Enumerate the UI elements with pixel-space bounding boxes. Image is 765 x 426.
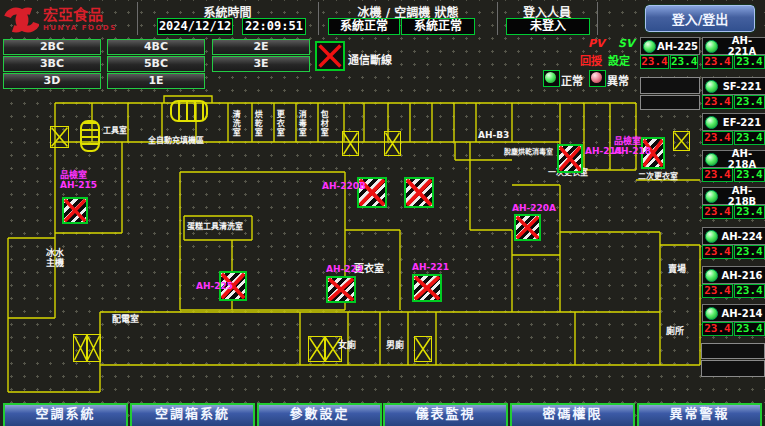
shaft-icon <box>50 126 69 148</box>
equipment-label: AH-220B <box>322 181 366 191</box>
empty-slot <box>640 95 700 110</box>
equipment-AH-220A[interactable] <box>514 214 541 241</box>
room-label: 全自動充填機區 <box>148 136 204 145</box>
room-label: 女廁 <box>338 340 356 350</box>
unit-sv-value: 23.4 <box>670 55 698 69</box>
green-led-icon <box>705 307 718 320</box>
unit-name: EF-221 <box>718 117 765 128</box>
unit-sv-value: 23.4 <box>734 168 765 182</box>
unit-sv-value: 23.4 <box>734 284 765 298</box>
room-label: AH-B3 <box>478 130 509 140</box>
unit-name: AH-225 <box>656 41 699 52</box>
equipment-label: AH-220A <box>512 203 556 213</box>
shaft-icon <box>414 336 432 362</box>
unit-button-EF-221[interactable]: EF-221 <box>702 113 765 131</box>
unit-name: AH-218B <box>718 185 765 207</box>
unit-pv-value: 23.4 <box>702 95 733 109</box>
equipment-AH-214[interactable] <box>557 144 583 173</box>
equipment-AH-220C[interactable] <box>404 177 434 208</box>
equipment-label: 品檢室 AH-215 <box>60 170 97 190</box>
unit-name: AH-221A <box>718 35 765 57</box>
stairs-icon <box>170 100 208 122</box>
unit-sv-value: 23.4 <box>734 245 765 259</box>
unit-pv-value: 23.4 <box>640 55 669 69</box>
unit-name: SF-221 <box>718 81 765 92</box>
equipment-AH-215[interactable] <box>62 197 88 224</box>
green-led-icon <box>705 269 718 282</box>
room-label: 冰水 主機 <box>46 248 64 269</box>
equipment-label: AH-221 <box>412 262 449 272</box>
green-led-icon <box>705 80 718 93</box>
unit-sv-value: 23.4 <box>734 95 765 109</box>
empty-slot <box>701 343 765 359</box>
shaft-icon <box>86 334 101 362</box>
unit-button-AH-214[interactable]: AH-214 <box>702 304 765 322</box>
room-label: 烘乾室 <box>253 110 262 137</box>
equipment-AH-221[interactable] <box>412 274 442 302</box>
unit-name: AH-218A <box>718 148 765 170</box>
unit-pv-value: 23.4 <box>702 245 733 259</box>
equipment-label: AH-225 <box>196 281 233 291</box>
empty-slot <box>701 360 765 377</box>
green-led-icon <box>705 153 718 166</box>
unit-sv-value: 23.4 <box>734 131 765 145</box>
unit-button-AH-218A[interactable]: AH-218A <box>702 150 765 168</box>
unit-pv-value: 23.4 <box>702 131 733 145</box>
unit-button-AH-218B[interactable]: AH-218B <box>702 187 765 205</box>
green-led-icon <box>643 40 656 53</box>
equipment-label: 品檢室 AH-218 <box>614 136 651 156</box>
shaft-icon <box>384 131 401 156</box>
room-label: 清洗室 <box>231 110 240 137</box>
room-label: 更衣室 <box>275 110 284 137</box>
unit-button-SF-221[interactable]: SF-221 <box>702 77 765 95</box>
unit-sv-value: 23.4 <box>734 55 765 69</box>
shaft-icon <box>342 131 359 156</box>
green-led-icon <box>705 190 718 203</box>
room-label: 二次更衣室 <box>638 172 678 181</box>
room-label: 消毒室 <box>297 110 306 137</box>
hmi-screen: 宏亞食品 HUNYA FOODS 系統時間 2024/12/12 22:09:5… <box>0 0 765 426</box>
unit-name: AH-216 <box>718 270 765 281</box>
unit-sv-value: 23.4 <box>734 322 765 336</box>
unit-button-AH-225[interactable]: AH-225 <box>640 37 700 55</box>
stairs-icon <box>80 120 100 152</box>
unit-name: AH-214 <box>718 308 765 319</box>
unit-pv-value: 23.4 <box>702 205 733 219</box>
room-label: 包材室 <box>319 110 328 137</box>
unit-pv-value: 23.4 <box>702 168 733 182</box>
unit-button-AH-216[interactable]: AH-216 <box>702 266 765 284</box>
room-label: 男廁 <box>386 340 404 350</box>
unit-name: AH-224 <box>718 231 765 242</box>
unit-pv-value: 23.4 <box>702 55 733 69</box>
equipment-AH-223[interactable] <box>326 276 356 303</box>
unit-sv-value: 23.4 <box>734 205 765 219</box>
empty-slot <box>640 77 700 94</box>
green-led-icon <box>705 40 718 53</box>
room-label: 廁所 <box>666 326 684 336</box>
unit-pv-value: 23.4 <box>702 322 733 336</box>
equipment-label: AH-223 <box>326 264 363 274</box>
room-label: 配電室 <box>112 314 139 324</box>
green-led-icon <box>705 116 718 129</box>
unit-button-AH-224[interactable]: AH-224 <box>702 227 765 245</box>
green-led-icon <box>705 230 718 243</box>
room-label: 脫塵烘乾消毒室 <box>504 148 553 156</box>
room-label: 賣場 <box>668 264 686 274</box>
unit-button-AH-221A[interactable]: AH-221A <box>702 37 765 55</box>
room-label: 工具室 <box>103 126 127 135</box>
shaft-icon <box>673 131 690 151</box>
room-label: 蛋糕工具清洗室 <box>187 222 243 231</box>
unit-pv-value: 23.4 <box>702 284 733 298</box>
